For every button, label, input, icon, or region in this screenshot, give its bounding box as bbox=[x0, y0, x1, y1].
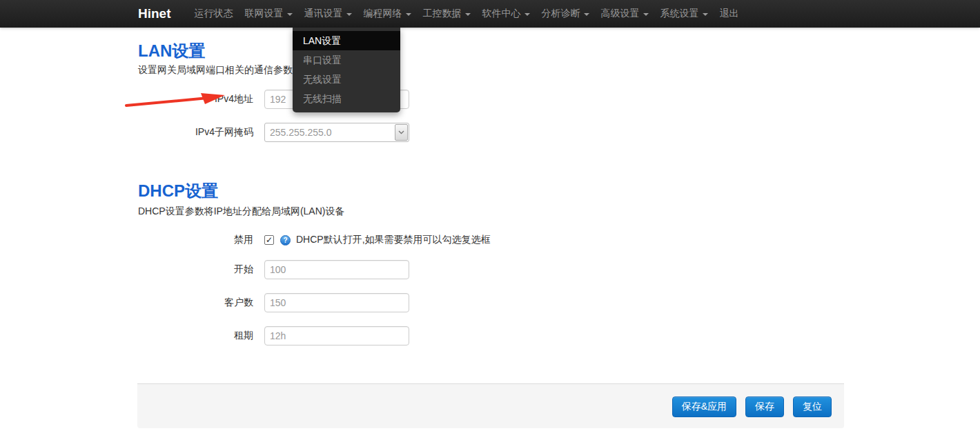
ipv4-netmask-value: 255.255.255.0 bbox=[265, 127, 332, 138]
brand-logo[interactable]: Hinet bbox=[138, 6, 171, 21]
save-apply-button[interactable]: 保存&应用 bbox=[672, 397, 736, 417]
chevron-down-icon bbox=[346, 13, 352, 16]
ipv4-netmask-label: IPv4子网掩码 bbox=[138, 126, 264, 139]
dropdown-item-serial-settings[interactable]: 串口设置 bbox=[293, 50, 400, 70]
dropdown-item-wireless-scan[interactable]: 无线扫描 bbox=[293, 89, 400, 108]
page: Hinet 运行状态 联网设置 通讯设置 编程网络 工控数据 软件中心 bbox=[0, 0, 980, 431]
nav-item-programming-network[interactable]: 编程网络 bbox=[358, 1, 417, 27]
nav-item-network-settings[interactable]: 联网设置 bbox=[239, 1, 298, 27]
nav-item-label: 运行状态 bbox=[195, 8, 233, 20]
chevron-down-icon bbox=[406, 13, 411, 16]
dhcp-clients-input[interactable] bbox=[264, 293, 409, 312]
dhcp-disable-label: 禁用 bbox=[138, 234, 264, 246]
save-button[interactable]: 保存 bbox=[745, 397, 784, 417]
dropdown-item-lan-settings[interactable]: LAN设置 bbox=[293, 31, 400, 50]
dhcp-disable-checkbox[interactable]: ✓ bbox=[264, 235, 274, 245]
dhcp-start-input[interactable] bbox=[264, 260, 409, 279]
nav-item-label: 高级设置 bbox=[601, 8, 640, 20]
dhcp-clients-row: 客户数 bbox=[138, 293, 409, 312]
nav-item-advanced-settings[interactable]: 高级设置 bbox=[596, 1, 654, 27]
nav-item-label: 通讯设置 bbox=[304, 8, 343, 20]
dhcp-section-subtitle: DHCP设置参数将IP地址分配给局域网(LAN)设备 bbox=[138, 206, 344, 218]
dhcp-lease-label: 租期 bbox=[138, 330, 264, 342]
nav-item-comm-settings[interactable]: 通讯设置 bbox=[299, 1, 357, 27]
lan-section-title: LAN设置 bbox=[138, 40, 205, 62]
ipv4-netmask-row: IPv4子网掩码 255.255.255.0 bbox=[138, 123, 409, 142]
nav-item-label: 分析诊断 bbox=[542, 8, 580, 20]
chevron-down-icon bbox=[584, 13, 589, 16]
nav-item-running-status[interactable]: 运行状态 bbox=[189, 1, 239, 27]
nav-item-logout[interactable]: 退出 bbox=[714, 1, 745, 27]
chevron-down-icon bbox=[287, 13, 293, 16]
chevron-down-icon bbox=[465, 13, 471, 16]
reset-button[interactable]: 复位 bbox=[793, 397, 832, 417]
nav-item-label: 工控数据 bbox=[423, 8, 462, 20]
action-footer: 保存&应用 保存 复位 bbox=[137, 383, 844, 428]
chevron-down-icon bbox=[643, 13, 649, 16]
dhcp-help-text: DHCP默认打开,如果需要禁用可以勾选复选框 bbox=[296, 234, 491, 246]
dhcp-start-row: 开始 bbox=[138, 260, 409, 279]
dhcp-lease-row: 租期 bbox=[138, 326, 409, 345]
nav-item-label: 软件中心 bbox=[482, 8, 521, 20]
dhcp-disable-row: 禁用 ✓ ? DHCP默认打开,如果需要禁用可以勾选复选框 bbox=[138, 234, 491, 246]
nav-item-industrial-data[interactable]: 工控数据 bbox=[418, 1, 476, 27]
chevron-down-icon[interactable] bbox=[395, 124, 408, 141]
chevron-down-icon bbox=[703, 13, 708, 16]
nav-item-software-center[interactable]: 软件中心 bbox=[477, 1, 536, 27]
nav-item-label: 编程网络 bbox=[364, 8, 402, 20]
dhcp-section-title: DHCP设置 bbox=[138, 180, 218, 202]
nav-item-label: 联网设置 bbox=[245, 8, 284, 20]
dhcp-clients-label: 客户数 bbox=[138, 297, 264, 309]
comm-settings-dropdown: LAN设置 串口设置 无线设置 无线扫描 bbox=[293, 28, 400, 112]
nav-item-analysis-diagnosis[interactable]: 分析诊断 bbox=[536, 1, 595, 27]
ipv4-address-label: IPv4地址 bbox=[138, 93, 264, 106]
dhcp-lease-input[interactable] bbox=[264, 326, 409, 345]
chevron-down-icon bbox=[525, 13, 530, 16]
lan-section-subtitle: 设置网关局域网端口相关的通信参数 bbox=[138, 64, 293, 77]
nav-item-label: 系统设置 bbox=[660, 8, 699, 20]
ipv4-netmask-select[interactable]: 255.255.255.0 bbox=[264, 123, 409, 142]
dhcp-start-label: 开始 bbox=[138, 263, 264, 276]
help-icon[interactable]: ? bbox=[280, 235, 291, 245]
nav-item-system-settings[interactable]: 系统设置 bbox=[655, 1, 714, 27]
top-navbar: Hinet 运行状态 联网设置 通讯设置 编程网络 工控数据 软件中心 bbox=[0, 0, 980, 28]
nav-item-label: 退出 bbox=[720, 8, 739, 20]
dropdown-item-wireless-settings[interactable]: 无线设置 bbox=[293, 70, 400, 89]
